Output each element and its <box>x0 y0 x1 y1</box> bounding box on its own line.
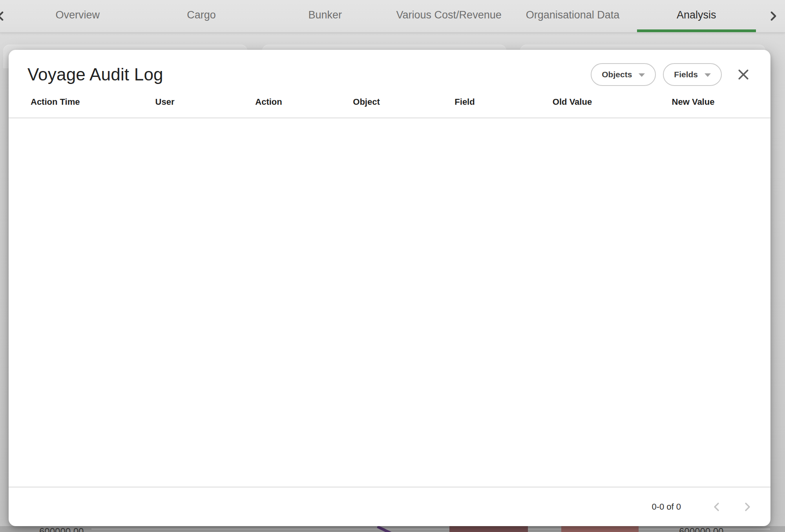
chevron-down-icon <box>639 73 645 77</box>
table-header-divider: Action TimeUserActionObjectFieldOld Valu… <box>9 90 770 118</box>
voyage-audit-log-dialog: Voyage Audit Log Objects Fields Action T… <box>9 50 770 526</box>
pagination-bar: 0-0 of 0 <box>9 486 770 526</box>
tab-label: Organisational Data <box>526 9 620 21</box>
background-chart-strip: -600000.00 -600000.00 <box>0 526 785 532</box>
column-header-user: User <box>111 97 219 107</box>
chart-bar-light <box>561 526 639 532</box>
fields-filter-dropdown[interactable]: Fields <box>663 63 722 86</box>
fields-filter-label: Fields <box>674 70 698 79</box>
tab-cargo[interactable]: Cargo <box>139 0 263 32</box>
column-header-action-time: Action Time <box>22 97 111 107</box>
chevron-right-icon <box>741 501 754 513</box>
tab-various-cost-revenue[interactable]: Various Cost/Revenue <box>387 0 511 32</box>
chart-axis-label: -600000.00 <box>676 526 723 532</box>
close-dialog-button[interactable] <box>734 65 753 84</box>
dialog-header-actions: Objects Fields <box>584 63 753 86</box>
tab-label: Various Cost/Revenue <box>396 9 502 21</box>
active-tab-indicator <box>637 29 756 32</box>
close-icon <box>736 67 751 82</box>
dialog-title: Voyage Audit Log <box>27 65 163 84</box>
tabs-scroll-left-button[interactable] <box>0 0 10 32</box>
tab-list: OverviewCargoBunkerVarious Cost/RevenueO… <box>16 0 758 32</box>
column-header-field: Field <box>414 97 515 107</box>
tab-bar: OverviewCargoBunkerVarious Cost/RevenueO… <box>0 0 785 32</box>
tab-overview[interactable]: Overview <box>16 0 139 32</box>
table-body-empty <box>9 118 770 486</box>
chevron-right-icon <box>767 9 780 23</box>
tab-organisational-data[interactable]: Organisational Data <box>511 0 634 32</box>
tab-label: Bunker <box>309 9 342 21</box>
chevron-down-icon <box>705 73 711 77</box>
next-page-button[interactable] <box>736 496 759 518</box>
tab-label: Overview <box>55 9 100 21</box>
chevron-left-icon <box>710 501 723 513</box>
column-header-action: Action <box>219 97 319 107</box>
tabs-scroll-right-button[interactable] <box>764 0 783 32</box>
column-header-old-value: Old Value <box>515 97 629 107</box>
tab-analysis[interactable]: Analysis <box>635 0 758 32</box>
column-header-new-value: New Value <box>629 97 757 107</box>
column-header-object: Object <box>319 97 414 107</box>
dialog-header: Voyage Audit Log Objects Fields <box>9 50 770 90</box>
chart-bar-dark <box>449 526 528 532</box>
tab-label: Analysis <box>677 9 716 21</box>
objects-filter-label: Objects <box>602 70 632 79</box>
table-header-row: Action TimeUserActionObjectFieldOld Valu… <box>22 90 757 117</box>
pagination-range: 0-0 of 0 <box>652 502 681 512</box>
chart-gridline <box>91 528 770 530</box>
chart-axis-label: -600000.00 <box>36 526 84 532</box>
objects-filter-dropdown[interactable]: Objects <box>591 63 656 86</box>
tab-bunker[interactable]: Bunker <box>263 0 387 32</box>
voyage-screen: OverviewCargoBunkerVarious Cost/RevenueO… <box>0 0 785 532</box>
previous-page-button[interactable] <box>705 496 728 518</box>
tab-label: Cargo <box>187 9 216 21</box>
chevron-left-icon <box>0 9 7 23</box>
